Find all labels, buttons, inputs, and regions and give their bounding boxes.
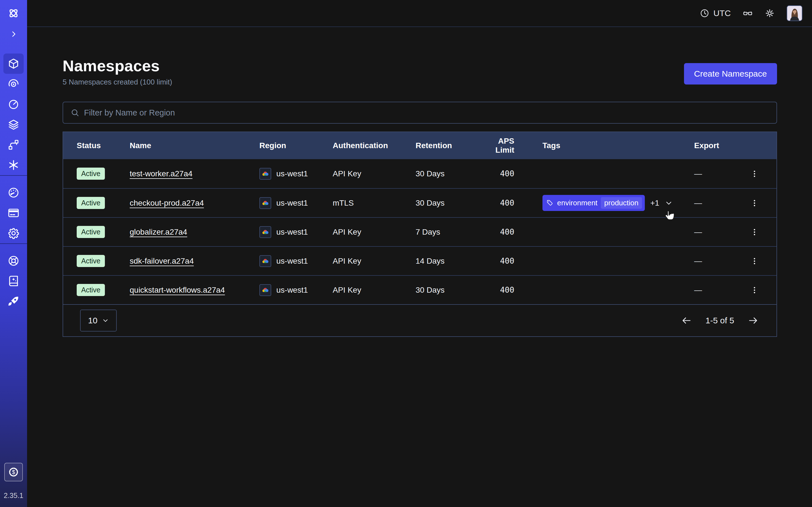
region-label: us-west1 <box>276 169 308 178</box>
namespace-name-link[interactable]: checkout-prod.a27a4 <box>130 199 204 207</box>
pagination-range: 1-5 of 5 <box>705 316 734 325</box>
tag-chip[interactable]: environment production <box>543 195 645 211</box>
region-label: us-west1 <box>276 257 308 266</box>
namespace-name-link[interactable]: test-worker.a27a4 <box>130 169 193 178</box>
kebab-menu-icon <box>750 257 759 265</box>
table-body: Active test-worker.a27a4 us-west1 API Ke… <box>63 159 776 304</box>
avatar[interactable] <box>786 5 802 21</box>
sidebar-item-branch[interactable] <box>3 135 24 155</box>
plan-badge[interactable] <box>4 463 23 482</box>
status-badge: Active <box>77 168 105 180</box>
labs-toggle-button[interactable] <box>743 8 753 18</box>
page-subtitle: 5 Namespaces created (100 limit) <box>63 78 172 87</box>
column-header-tags: Tags <box>543 141 694 150</box>
sidebar-item-gauge[interactable] <box>3 182 24 203</box>
sidebar-item-eye-rings[interactable] <box>3 74 24 94</box>
retention-cell: 30 Days <box>416 286 486 295</box>
namespace-name-link[interactable]: sdk-failover.a27a4 <box>130 257 194 265</box>
google-cloud-icon <box>259 168 271 180</box>
column-header-region: Region <box>259 141 333 150</box>
tag-key: environment <box>557 199 598 207</box>
status-badge: Active <box>77 197 105 209</box>
namespace-name-link[interactable]: quickstart-workflows.a27a4 <box>130 286 225 294</box>
row-actions-menu-button[interactable] <box>750 286 759 294</box>
sidebar-item-book-sparkle[interactable] <box>3 271 24 291</box>
book-sparkle-icon <box>7 275 20 287</box>
authentication-cell: API Key <box>333 169 416 178</box>
export-cell: — <box>694 199 744 208</box>
sidebar-item-layers[interactable] <box>3 114 24 135</box>
lifebuoy-icon <box>7 255 20 267</box>
asterisk-icon <box>7 159 20 171</box>
sidebar-item-countdown[interactable] <box>3 94 24 114</box>
region-label: us-west1 <box>276 286 308 295</box>
create-namespace-button[interactable]: Create Namespace <box>684 63 777 84</box>
glasses-icon <box>743 8 753 18</box>
table-footer: 10 1-5 of 5 <box>63 304 776 336</box>
previous-page-button[interactable] <box>681 315 692 326</box>
eye-rings-icon <box>7 78 20 90</box>
sidebar-divider <box>0 175 27 176</box>
theme-toggle-button[interactable] <box>765 8 775 18</box>
chevron-down-icon <box>102 317 109 324</box>
sidebar-item-rocket[interactable] <box>3 291 24 312</box>
page-size-select[interactable]: 10 <box>80 309 117 332</box>
sidebar-bottom: 2.35.1 <box>4 463 23 507</box>
tag-value: production <box>601 197 642 209</box>
table-row: Active quickstart-workflows.a27a4 us-wes… <box>63 275 776 304</box>
timezone-label: UTC <box>713 8 731 18</box>
sidebar-expand-chevron-icon[interactable] <box>9 30 18 38</box>
next-page-button[interactable] <box>748 315 758 326</box>
export-cell: — <box>694 286 744 295</box>
row-actions-menu-button[interactable] <box>750 199 759 207</box>
tags-expand-button[interactable] <box>665 199 673 207</box>
temporal-logo-icon <box>7 7 20 20</box>
google-cloud-icon <box>259 197 271 209</box>
kebab-menu-icon <box>750 170 759 178</box>
sun-icon <box>765 8 775 18</box>
sidebar-item-asterisk[interactable] <box>3 155 24 175</box>
authentication-cell: mTLS <box>333 199 416 208</box>
authentication-cell: API Key <box>333 257 416 266</box>
retention-cell: 30 Days <box>416 199 486 208</box>
aps-limit-cell: 400 <box>486 169 543 178</box>
sidebar-item-cube[interactable] <box>3 54 24 74</box>
column-header-export: Export <box>694 141 744 150</box>
column-header-status: Status <box>77 141 130 150</box>
row-actions-menu-button[interactable] <box>750 170 759 178</box>
namespace-name-link[interactable]: globalizer.a27a4 <box>130 228 187 236</box>
tags-cell: environment production +1 <box>543 195 694 211</box>
status-badge: Active <box>77 284 105 296</box>
chevron-down-icon <box>665 199 673 207</box>
table-row: Active checkout-prod.a27a4 us-west1 mTLS… <box>63 188 776 217</box>
region-label: us-west1 <box>276 199 308 208</box>
sidebar-item-billing-card[interactable] <box>3 203 24 223</box>
retention-cell: 7 Days <box>416 228 486 237</box>
aps-limit-cell: 400 <box>486 285 543 295</box>
sidebar-item-lifebuoy[interactable] <box>3 251 24 271</box>
page-size-value: 10 <box>88 316 97 325</box>
kebab-menu-icon <box>750 286 759 294</box>
topbar: UTC <box>27 0 812 27</box>
row-actions-menu-button[interactable] <box>750 257 759 265</box>
cube-icon <box>7 57 20 70</box>
kebab-menu-icon <box>750 199 759 207</box>
sidebar-item-gear[interactable] <box>3 223 24 243</box>
row-actions-menu-button[interactable] <box>750 228 759 236</box>
branch-icon <box>7 138 20 151</box>
column-header-authentication: Authentication <box>333 141 416 150</box>
clock-icon <box>700 8 709 18</box>
google-cloud-icon <box>259 255 271 267</box>
sidebar-nav <box>0 54 27 312</box>
timezone-selector[interactable]: UTC <box>700 8 731 18</box>
export-cell: — <box>694 169 744 178</box>
filter-input[interactable] <box>84 108 769 117</box>
dollar-seal-icon <box>8 466 19 478</box>
tag-icon <box>546 200 554 207</box>
layers-icon <box>7 118 20 131</box>
aps-limit-cell: 400 <box>486 256 543 266</box>
status-badge: Active <box>77 226 105 238</box>
arrow-left-icon <box>681 315 692 326</box>
table-row: Active sdk-failover.a27a4 us-west1 API K… <box>63 246 776 275</box>
rocket-icon <box>7 295 20 307</box>
